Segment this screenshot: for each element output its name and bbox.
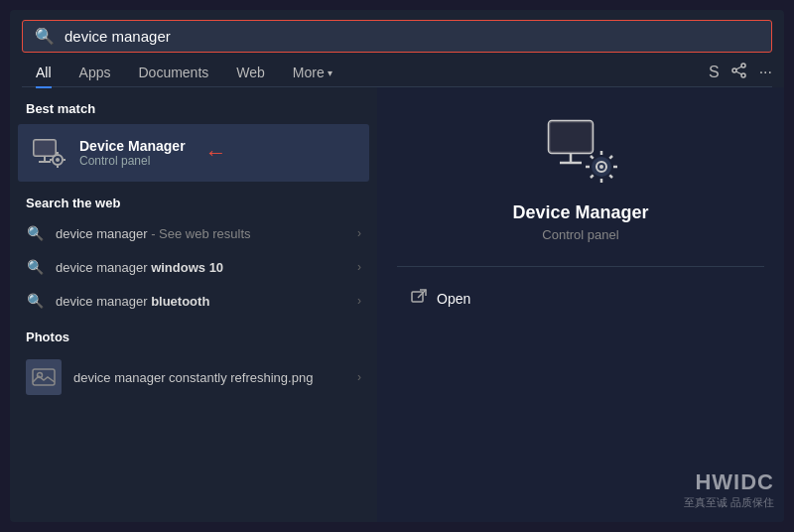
watermark-sub: 至真至诚 品质保住 <box>684 495 774 510</box>
nav-right-actions: S ··· <box>709 63 772 82</box>
search-web-text-1: device manager - See web results <box>56 226 345 241</box>
svg-rect-6 <box>34 140 56 156</box>
best-match-text: Device Manager Control panel <box>79 138 186 168</box>
svg-line-30 <box>591 175 594 178</box>
search-web-text-2: device manager windows 10 <box>56 260 345 275</box>
photo-item[interactable]: device manager constantly refreshing.png… <box>10 350 377 404</box>
user-icon[interactable]: S <box>709 64 720 81</box>
main-content: Best match <box>10 87 784 522</box>
svg-point-23 <box>599 165 603 169</box>
nav-tabs: All Apps Documents Web More ▾ S ··· <box>10 53 784 86</box>
search-bar[interactable]: 🔍 device manager <box>22 20 772 53</box>
search-icon: 🔍 <box>35 27 55 46</box>
photo-title: device manager constantly refreshing.png <box>73 370 313 385</box>
open-button[interactable]: Open <box>397 281 764 317</box>
share-icon <box>731 63 747 82</box>
left-panel: Best match <box>10 87 377 522</box>
chevron-right-icon-1: › <box>357 226 361 240</box>
search-icon-2: 🔍 <box>26 259 44 275</box>
photo-text: device manager constantly refreshing.png <box>73 370 313 385</box>
svg-point-10 <box>56 158 60 162</box>
search-icon-1: 🔍 <box>26 225 44 241</box>
chevron-down-icon: ▾ <box>328 67 332 78</box>
photo-chevron-icon: › <box>357 370 361 384</box>
open-label[interactable]: Open <box>437 291 470 307</box>
right-divider <box>397 266 764 267</box>
tab-all[interactable]: All <box>22 59 66 86</box>
search-input[interactable]: device manager <box>65 28 759 45</box>
right-panel: Device Manager Control panel Open HWIDC … <box>377 87 784 522</box>
watermark-main: HWIDC <box>684 469 774 495</box>
search-web-item-2[interactable]: 🔍 device manager windows 10 › <box>10 250 377 284</box>
right-device-icon <box>544 117 618 189</box>
svg-rect-32 <box>412 292 423 302</box>
right-subtitle: Control panel <box>542 227 618 242</box>
svg-line-33 <box>418 290 426 298</box>
search-web-label: Search the web <box>10 192 377 216</box>
arrow-indicator: ← <box>205 140 227 166</box>
right-title: Device Manager <box>512 202 648 223</box>
svg-line-28 <box>591 156 594 159</box>
tab-more[interactable]: More ▾ <box>279 59 346 86</box>
svg-rect-15 <box>33 369 55 385</box>
tab-apps[interactable]: Apps <box>66 59 125 86</box>
more-options-icon[interactable]: ··· <box>759 64 772 81</box>
tab-web[interactable]: Web <box>222 59 279 86</box>
best-match-subtitle: Control panel <box>79 154 186 168</box>
section-gap-1 <box>10 184 377 192</box>
device-manager-icon <box>30 134 67 172</box>
svg-line-29 <box>609 175 612 178</box>
search-web-item-3[interactable]: 🔍 device manager bluetooth › <box>10 284 377 318</box>
search-web-item-1[interactable]: 🔍 device manager - See web results › <box>10 216 377 250</box>
section-gap-2 <box>10 318 377 326</box>
search-web-text-3: device manager bluetooth <box>56 294 345 309</box>
watermark: HWIDC 至真至诚 品质保住 <box>684 469 774 510</box>
svg-rect-18 <box>549 121 593 153</box>
best-match-item[interactable]: Device Manager Control panel ← <box>18 124 369 182</box>
windows-search-dialog: 🔍 device manager All Apps Documents Web … <box>10 10 784 522</box>
search-icon-3: 🔍 <box>26 293 44 309</box>
svg-line-3 <box>735 66 741 69</box>
svg-line-31 <box>609 156 612 159</box>
chevron-right-icon-2: › <box>357 260 361 274</box>
chevron-right-icon-3: › <box>357 294 361 308</box>
open-external-icon <box>411 289 427 309</box>
svg-line-4 <box>735 71 741 74</box>
photo-icon <box>26 359 62 395</box>
best-match-title: Device Manager <box>79 138 186 154</box>
tab-documents[interactable]: Documents <box>124 59 222 86</box>
best-match-label: Best match <box>10 97 377 122</box>
photos-label: Photos <box>10 326 377 350</box>
